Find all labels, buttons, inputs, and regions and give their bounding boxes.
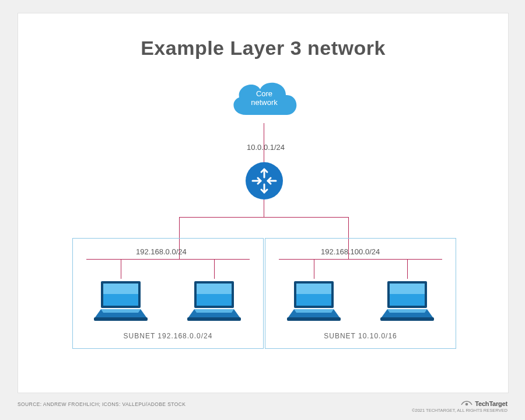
cloud-label-line1: Core bbox=[256, 89, 272, 98]
laptop-icon bbox=[284, 279, 344, 323]
diagram-title: Example Layer 3 network bbox=[18, 37, 508, 60]
copyright-text: ©2021 TECHTARGET, ALL RIGHTS RESERVED bbox=[412, 408, 508, 413]
link-router-down bbox=[264, 200, 264, 217]
svg-point-28 bbox=[466, 403, 468, 406]
core-ip-label: 10.0.0.1/24 bbox=[247, 143, 285, 152]
svg-rect-24 bbox=[390, 284, 425, 294]
subnet-left-name: SUBNET 192.168.0.0/24 bbox=[73, 332, 263, 340]
svg-rect-9 bbox=[94, 317, 148, 321]
svg-marker-8 bbox=[101, 309, 141, 313]
svg-rect-15 bbox=[187, 317, 241, 321]
cloud-icon: Core network bbox=[226, 76, 302, 123]
svg-rect-18 bbox=[296, 284, 331, 294]
laptop-icon bbox=[377, 279, 438, 323]
svg-marker-26 bbox=[387, 309, 427, 313]
eye-icon bbox=[461, 398, 473, 408]
svg-rect-27 bbox=[380, 317, 434, 321]
laptop-icon bbox=[90, 279, 151, 323]
router-icon bbox=[246, 162, 283, 200]
cloud-label: Core network bbox=[226, 89, 302, 107]
diagram-canvas: Example Layer 3 network Core network 10.… bbox=[18, 13, 509, 393]
brand-text: TechTarget bbox=[475, 400, 508, 407]
svg-rect-6 bbox=[103, 284, 138, 294]
footer-brand-block: TechTarget ©2021 TECHTARGET, ALL RIGHTS … bbox=[412, 398, 508, 413]
svg-marker-20 bbox=[294, 309, 334, 313]
subnet-left-ip: 192.168.0.0/24 bbox=[136, 247, 187, 256]
subnet-right-ip: 192.168.100.0/24 bbox=[321, 247, 380, 256]
svg-rect-12 bbox=[197, 284, 232, 294]
link-horizontal-split bbox=[179, 217, 348, 218]
svg-marker-14 bbox=[194, 309, 234, 313]
svg-rect-21 bbox=[287, 317, 341, 321]
cloud-label-line2: network bbox=[251, 98, 278, 107]
laptop-icon bbox=[184, 279, 244, 323]
footer-source: SOURCE: ANDREW FROEHLICH; ICONS: VALLEPU… bbox=[18, 401, 186, 407]
subnet-right-name: SUBNET 10.10.0/16 bbox=[265, 332, 456, 340]
link-cloud-router bbox=[264, 123, 264, 162]
